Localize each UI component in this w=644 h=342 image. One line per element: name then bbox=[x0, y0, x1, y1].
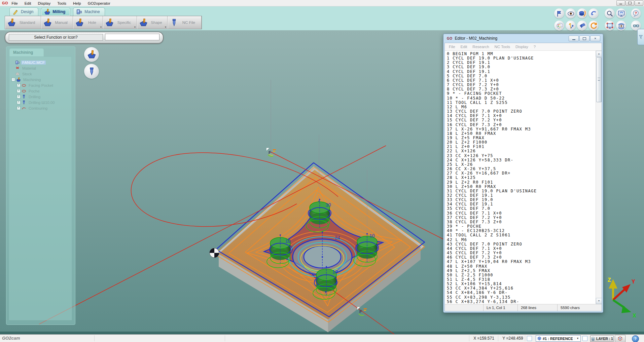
filter-button[interactable] bbox=[637, 29, 644, 45]
nc-file-button[interactable]: NC File bbox=[168, 16, 202, 29]
plus-expander-icon[interactable]: + bbox=[17, 89, 21, 93]
menu-display[interactable]: Display bbox=[38, 1, 50, 5]
fit-screen-button[interactable] bbox=[605, 21, 615, 31]
tree-item-drilling-10-00[interactable]: +Drilling Ш10.00 bbox=[11, 100, 71, 105]
tree-item-material[interactable]: Material bbox=[11, 65, 71, 71]
editor-menu-nc-tools[interactable]: NC Tools bbox=[495, 45, 510, 49]
plus-expander-icon[interactable]: + bbox=[17, 101, 21, 104]
tree-item-fanuc-mcf[interactable]: FANUC.MCF bbox=[11, 60, 71, 65]
tree-item-label: Drilling Ш10.00 bbox=[28, 101, 56, 105]
separator bbox=[225, 335, 225, 341]
scrollbar-thumb[interactable] bbox=[596, 57, 602, 102]
layer-button[interactable]: LAYER : 1 bbox=[590, 335, 614, 342]
tree-item-machining[interactable]: −Machining bbox=[11, 77, 71, 82]
menu-tools[interactable]: Tools bbox=[57, 1, 66, 5]
ribbon-tabs: DesignMillingMachine bbox=[9, 7, 105, 16]
editor-content[interactable]: 0 BEGIN PGM 1 MM 1 CYCL DEF 19.0 PLAN D'… bbox=[445, 51, 602, 304]
tree-item-label: Machining bbox=[22, 78, 42, 82]
chevron-down-icon[interactable]: ▾ bbox=[100, 26, 102, 29]
minus-expander-icon[interactable]: − bbox=[11, 78, 15, 81]
editor-menu-file[interactable]: File bbox=[449, 45, 455, 49]
editor-body: FileEditResearchNC ToolsDisplay? 0 BEGIN… bbox=[444, 43, 602, 311]
tab-machine[interactable]: Machine bbox=[73, 7, 105, 16]
editor-menu-bar: FileEditResearchNC ToolsDisplay? bbox=[445, 43, 602, 51]
tree-item-facing-pocket[interactable]: +Facing Pocket bbox=[11, 82, 71, 88]
editor-close-button[interactable]: ✕ bbox=[590, 36, 600, 41]
char-count: 5590 chars bbox=[557, 304, 602, 311]
tree-item-label: Stock bbox=[21, 72, 33, 76]
editor-menu-display[interactable]: Display bbox=[515, 45, 528, 49]
plus-expander-icon[interactable]: + bbox=[17, 106, 21, 110]
drill-mode-button[interactable] bbox=[84, 64, 99, 79]
tree-item-label: Contouring bbox=[28, 106, 48, 110]
tab-milling[interactable]: Milling bbox=[41, 7, 70, 16]
funnel-icon bbox=[638, 35, 643, 40]
undo-button[interactable] bbox=[588, 8, 599, 18]
editor-scrollbar[interactable]: ▲ ▼ bbox=[596, 51, 602, 304]
maximize-icon bbox=[628, 2, 632, 4]
function-input[interactable] bbox=[105, 34, 159, 40]
toolbar-label: Standard bbox=[16, 21, 41, 25]
tree-item-stock[interactable]: Stock bbox=[11, 71, 71, 77]
reference-checkbox[interactable] bbox=[527, 336, 532, 341]
refresh-button[interactable] bbox=[588, 21, 599, 31]
tree-item-poche[interactable]: +Poche bbox=[11, 88, 71, 94]
iso-view-button[interactable] bbox=[615, 335, 625, 342]
material-icon bbox=[15, 66, 20, 71]
scroll-down-icon[interactable]: ▼ bbox=[596, 298, 602, 304]
eraser-button[interactable] bbox=[577, 21, 587, 31]
menu-edit[interactable]: Edit bbox=[25, 1, 31, 5]
tree-item-contouring[interactable]: +Contouring bbox=[11, 105, 71, 111]
rotate-view-icon bbox=[579, 10, 586, 17]
plus-expander-icon[interactable]: + bbox=[17, 95, 21, 99]
nc-code[interactable]: 0 BEGIN PGM 1 MM 1 CYCL DEF 19.0 PLAN D'… bbox=[445, 51, 602, 304]
tab-design[interactable]: Design bbox=[9, 7, 38, 16]
editor-minimize-button[interactable] bbox=[569, 36, 579, 41]
manual-button[interactable]: Manual bbox=[41, 16, 73, 29]
milling-icon bbox=[7, 18, 16, 27]
menu-go2operator[interactable]: GO2operator bbox=[88, 1, 110, 5]
plus-expander-icon[interactable]: + bbox=[17, 83, 21, 87]
reference-dropdown[interactable]: #1 : REFERENCE ▼ bbox=[536, 335, 581, 342]
zoom-button[interactable] bbox=[605, 8, 615, 18]
chevron-down-icon[interactable]: ▾ bbox=[165, 26, 166, 29]
layer-checkbox[interactable] bbox=[582, 336, 587, 341]
maximize-icon bbox=[583, 37, 586, 40]
chevron-down-icon[interactable]: ▾ bbox=[134, 26, 136, 29]
menu-help[interactable]: Help bbox=[73, 1, 81, 5]
editor-maximize-button[interactable] bbox=[579, 36, 589, 41]
menu-file[interactable]: File bbox=[11, 1, 18, 5]
refresh-icon bbox=[590, 22, 597, 29]
standard-button[interactable]: Standard bbox=[5, 16, 41, 29]
direction-arrows-button[interactable] bbox=[566, 21, 576, 31]
hole-button[interactable]: Hole▾ bbox=[73, 16, 103, 29]
tree-item-label: Facing Pocket bbox=[28, 83, 54, 87]
editor-menu-research[interactable]: Research bbox=[472, 45, 489, 49]
toolbar-label: Specific bbox=[114, 21, 137, 25]
close-button[interactable]: ✕ bbox=[635, 0, 643, 6]
tree-item-drilling[interactable]: +Drilling bbox=[11, 94, 71, 100]
view-buttons-row2 bbox=[554, 21, 641, 31]
help-button[interactable]: ? bbox=[632, 335, 639, 342]
editor-window-controls: ✕ bbox=[569, 36, 600, 41]
screen-refresh-button[interactable] bbox=[616, 8, 626, 18]
scroll-up-icon[interactable]: ▲ bbox=[596, 51, 602, 57]
palette-button[interactable] bbox=[554, 21, 564, 31]
editor-menu--[interactable]: ? bbox=[534, 45, 536, 49]
machining-tree: FANUC.MCFMaterialStock−Machining+Facing … bbox=[11, 60, 71, 111]
help-bubble-button[interactable] bbox=[631, 8, 641, 18]
specific-button[interactable]: Specific▾ bbox=[103, 16, 137, 29]
minimize-button[interactable] bbox=[616, 0, 625, 6]
editor-menu-edit[interactable]: Edit bbox=[461, 45, 467, 49]
pocket-icon bbox=[22, 89, 26, 93]
rotate-view-button[interactable] bbox=[577, 8, 587, 18]
minimize-icon bbox=[619, 4, 622, 4]
milling-mode-button[interactable] bbox=[84, 47, 99, 62]
flag-button[interactable] bbox=[554, 8, 564, 18]
editor-title-bar[interactable]: GO Editor - M02_Machining ✕ bbox=[443, 34, 603, 43]
cube-icon bbox=[537, 336, 542, 341]
eye-button[interactable] bbox=[566, 8, 576, 18]
dynamic-view-button[interactable] bbox=[616, 21, 626, 31]
shape-button[interactable]: Shape▾ bbox=[137, 16, 168, 29]
maximize-button[interactable] bbox=[625, 0, 634, 6]
